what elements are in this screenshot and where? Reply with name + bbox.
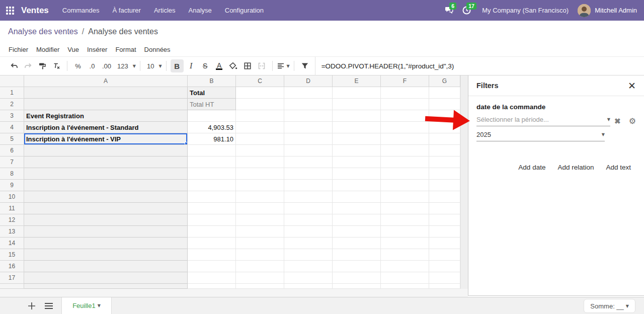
cell-C13[interactable]	[236, 226, 284, 238]
cell-F7[interactable]	[381, 156, 429, 168]
apps-menu-icon[interactable]	[0, 0, 20, 21]
text-color-button[interactable]: A	[213, 59, 226, 72]
cell-F1[interactable]	[381, 87, 429, 99]
cell-A2[interactable]	[24, 99, 188, 110]
cell-F5[interactable]	[381, 133, 429, 145]
cell-B10[interactable]	[188, 191, 236, 203]
cell-D8[interactable]	[284, 168, 333, 180]
menu-articles[interactable]: Articles	[147, 0, 182, 21]
cell-D9[interactable]	[284, 180, 333, 191]
cell-B3[interactable]	[188, 110, 236, 122]
period-select[interactable]: Sélectionner la période... ▼	[476, 116, 610, 126]
cell-B4[interactable]: 4,903.53	[188, 122, 236, 133]
menu-configuration[interactable]: Configuration	[218, 0, 270, 21]
formula-input[interactable]: =ODOO.PIVOT.HEADER(1,"#product_id",3)	[321, 62, 454, 70]
cell-B18[interactable]	[188, 284, 236, 289]
row-header-16[interactable]: 16	[0, 261, 24, 272]
cell-E12[interactable]	[333, 214, 381, 226]
menu-a-facturer[interactable]: À facturer	[106, 0, 147, 21]
cell-A3[interactable]: Event Registration	[24, 110, 188, 122]
cell-D14[interactable]	[284, 238, 333, 249]
column-header-G[interactable]: G	[429, 75, 460, 87]
add-text-button[interactable]: Add text	[606, 164, 631, 171]
cell-B2[interactable]: Total HT	[188, 99, 236, 110]
cell-F13[interactable]	[381, 226, 429, 238]
cell-G4[interactable]	[429, 122, 460, 133]
row-header-1[interactable]: 1	[0, 87, 24, 99]
column-header-E[interactable]: E	[333, 75, 381, 87]
clear-filter-icon[interactable]: ✖	[614, 117, 621, 125]
cell-E11[interactable]	[333, 203, 381, 214]
cell-C2[interactable]	[236, 99, 284, 110]
cell-E14[interactable]	[333, 238, 381, 249]
menu-commandes[interactable]: Commandes	[56, 0, 106, 21]
cell-A6[interactable]	[24, 145, 188, 156]
increase-decimal-button[interactable]: .00	[100, 59, 114, 72]
cell-A14[interactable]	[24, 238, 188, 249]
cell-D12[interactable]	[284, 214, 333, 226]
row-header-17[interactable]: 17	[0, 272, 24, 284]
cell-E17[interactable]	[333, 272, 381, 284]
cell-G10[interactable]	[429, 191, 460, 203]
filter-button[interactable]	[298, 59, 311, 72]
cell-G15[interactable]	[429, 249, 460, 261]
row-header-7[interactable]: 7	[0, 156, 24, 168]
user-avatar[interactable]	[578, 4, 591, 17]
cell-E5[interactable]	[333, 133, 381, 145]
breadcrumb-parent[interactable]: Analyse des ventes	[8, 27, 78, 36]
cell-E9[interactable]	[333, 180, 381, 191]
cell-F4[interactable]	[381, 122, 429, 133]
cell-D1[interactable]	[284, 87, 333, 99]
cell-A16[interactable]	[24, 261, 188, 272]
menu-vue[interactable]: Vue	[63, 43, 83, 57]
cell-E2[interactable]	[333, 99, 381, 110]
row-header-12[interactable]: 12	[0, 214, 24, 226]
cell-G5[interactable]	[429, 133, 460, 145]
cell-G1[interactable]	[429, 87, 460, 99]
cell-F15[interactable]	[381, 249, 429, 261]
cell-B16[interactable]	[188, 261, 236, 272]
row-header-15[interactable]: 15	[0, 249, 24, 261]
cell-C8[interactable]	[236, 168, 284, 180]
sheet-tab-feuille1[interactable]: Feuille1 ▼	[61, 297, 112, 314]
italic-button[interactable]: I	[185, 59, 198, 72]
cell-D3[interactable]	[284, 110, 333, 122]
app-name[interactable]: Ventes	[21, 6, 49, 16]
cell-G3[interactable]	[429, 110, 460, 122]
cell-A10[interactable]	[24, 191, 188, 203]
cell-D6[interactable]	[284, 145, 333, 156]
row-header-14[interactable]: 14	[0, 238, 24, 249]
cell-G14[interactable]	[429, 238, 460, 249]
cell-G2[interactable]	[429, 99, 460, 110]
row-header-5[interactable]: 5	[0, 133, 24, 145]
cell-E3[interactable]	[333, 110, 381, 122]
cell-D4[interactable]	[284, 122, 333, 133]
cell-F8[interactable]	[381, 168, 429, 180]
menu-fichier[interactable]: Fichier	[5, 43, 32, 57]
cell-C7[interactable]	[236, 156, 284, 168]
messages-button[interactable]: 6	[441, 0, 458, 21]
row-header-8[interactable]: 8	[0, 168, 24, 180]
cell-F12[interactable]	[381, 214, 429, 226]
close-icon[interactable]: ✕	[628, 81, 636, 91]
cell-F14[interactable]	[381, 238, 429, 249]
cell-C3[interactable]	[236, 110, 284, 122]
cell-C1[interactable]	[236, 87, 284, 99]
row-header-10[interactable]: 10	[0, 191, 24, 203]
cell-E7[interactable]	[333, 156, 381, 168]
cell-G6[interactable]	[429, 145, 460, 156]
menu-donnees[interactable]: Données	[140, 43, 175, 57]
cell-A15[interactable]	[24, 249, 188, 261]
row-header-18[interactable]	[0, 284, 24, 289]
cell-F11[interactable]	[381, 203, 429, 214]
cell-B9[interactable]	[188, 180, 236, 191]
cell-B7[interactable]	[188, 156, 236, 168]
select-all-corner[interactable]	[0, 75, 24, 87]
add-sheet-button[interactable]	[25, 299, 38, 312]
cell-B8[interactable]	[188, 168, 236, 180]
row-header-3[interactable]: 3	[0, 110, 24, 122]
cell-B12[interactable]	[188, 214, 236, 226]
cell-C4[interactable]	[236, 122, 284, 133]
row-header-13[interactable]: 13	[0, 226, 24, 238]
cell-A8[interactable]	[24, 168, 188, 180]
